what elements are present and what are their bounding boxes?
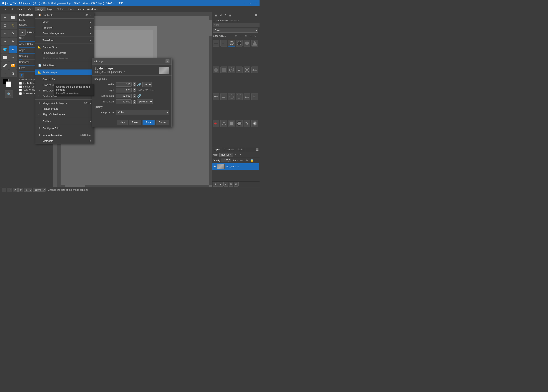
y-res-up-btn[interactable]: ▲ [133, 100, 136, 102]
zoom-select[interactable]: 100 % [33, 188, 46, 192]
brush-cell-19[interactable]: ✚ [213, 120, 219, 127]
menu-print-size[interactable]: 📄 Print Size... [35, 63, 94, 68]
layers-panel-menu-btn[interactable]: ☰ [255, 147, 260, 152]
menu-mode[interactable]: Mode ▶ [35, 19, 94, 25]
x-res-down-btn[interactable]: ▼ [133, 96, 136, 98]
brush-cell-14[interactable]: ☁ [220, 93, 227, 100]
brush-cell-6[interactable] [251, 40, 258, 47]
tab-layers[interactable]: Layers [212, 147, 222, 152]
tool-zoom[interactable]: 🔍 [5, 90, 13, 98]
layer-mode-select[interactable]: Normal [219, 153, 233, 157]
brush-cell-24[interactable] [251, 120, 258, 127]
menu-scale-image[interactable]: 📐 Scale Image... [35, 70, 94, 75]
close-button[interactable]: ✕ [253, 1, 258, 5]
brush-cell-4[interactable] [236, 40, 243, 47]
menu-duplicate[interactable]: 📋 Duplicate Ctrl+D [35, 12, 94, 18]
menu-precision[interactable]: Precision ▶ [35, 25, 94, 30]
menu-colors[interactable]: Colors [55, 7, 66, 11]
brush-cell-5[interactable] [243, 40, 250, 47]
brush-cell-hardness-050[interactable] [228, 40, 235, 47]
x-res-up-btn[interactable]: ▲ [133, 94, 136, 96]
layer-row-0[interactable]: 👁 IMG_2952-30 [212, 163, 259, 170]
reset-btn[interactable]: Reset [129, 120, 141, 125]
layer-redo-btn[interactable]: ↪ [239, 153, 243, 157]
menu-metadata[interactable]: Metadata ▶ [35, 138, 94, 144]
brush-cell-1[interactable] [213, 40, 219, 47]
interpolation-select[interactable]: Cubic Linear None NoHalo LoHalo [116, 110, 169, 115]
lock-all-btn[interactable]: 🔒 [250, 158, 254, 162]
chain-icon-2[interactable]: 🔗 [137, 94, 141, 98]
new-brush-icon[interactable]: + [239, 34, 243, 38]
layer-visibility-eye[interactable]: 👁 [213, 165, 216, 168]
tool-flip[interactable]: ↔ [1, 38, 9, 45]
chain-icon[interactable]: 🔗 [137, 83, 141, 86]
height-input[interactable]: 225 [116, 88, 132, 92]
delete-layer-btn[interactable]: 🗑 [234, 182, 239, 187]
tab-paths[interactable]: Paths [236, 147, 246, 152]
menu-crop-to-select[interactable]: Crop to Se... [35, 77, 94, 82]
tool-crop[interactable]: ✂ [1, 29, 9, 37]
brush-cell-18[interactable]: ✼ [251, 93, 258, 100]
menu-select[interactable]: Select [16, 7, 26, 11]
menu-layer[interactable]: Layer [46, 7, 55, 11]
incremental-checkbox[interactable] [19, 92, 22, 95]
help-btn[interactable]: Help [117, 120, 128, 125]
panel-menu-btn[interactable]: ☰ [254, 13, 258, 18]
menu-edit[interactable]: Edit [8, 7, 16, 11]
dynamics-icon[interactable]: 👤 [19, 73, 24, 77]
width-input[interactable]: 300 [116, 82, 132, 87]
menu-guides[interactable]: Guides ▶ [35, 119, 94, 124]
tool-eraser[interactable]: ⬜ [1, 54, 9, 61]
unit-select[interactable]: px [24, 188, 32, 192]
background-color[interactable] [6, 82, 11, 87]
layer-opacity-input[interactable]: 100,0 [221, 159, 231, 162]
delete-brush-icon[interactable]: ✕ [248, 34, 253, 38]
scrollbar-v-thumb[interactable] [209, 20, 212, 36]
status-refresh-btn[interactable]: ↻ [18, 188, 23, 192]
refresh-icon[interactable]: ↻ [253, 34, 257, 38]
width-down-btn[interactable]: ▼ [133, 84, 136, 86]
layer-undo-btn[interactable]: ↩ [234, 153, 238, 157]
brush-icon-display[interactable]: ● [19, 29, 26, 35]
brush-cell-8[interactable] [220, 66, 227, 73]
lock-pixels-btn[interactable]: ✏ [239, 158, 244, 162]
menu-help[interactable]: Help [99, 7, 108, 11]
brush-cell-22[interactable] [236, 120, 243, 127]
scrollbar-h-thumb[interactable] [65, 185, 85, 187]
menu-view[interactable]: View [26, 7, 35, 11]
menu-canvas-size[interactable]: 📐 Canvas Size... [35, 44, 94, 50]
tool-smudge[interactable]: ~ [1, 70, 9, 77]
x-res-input[interactable]: 72.000 [116, 94, 132, 98]
brush-cell-17[interactable]: ◈◈ [243, 93, 250, 100]
menu-configure-grid[interactable]: ⊞ Configure Grid... [35, 126, 94, 131]
copy-brush-icon[interactable]: ⎘ [243, 34, 248, 38]
tool-clone[interactable]: 🔁 [9, 62, 17, 69]
tool-presets-icon[interactable]: ⊞ [214, 13, 218, 18]
minimize-button[interactable]: ─ [242, 1, 247, 5]
brush-filter-input[interactable] [213, 23, 260, 27]
tool-paintbrush[interactable]: 🖌 [9, 46, 17, 53]
tool-move[interactable]: ✛ [1, 14, 9, 21]
menu-color-management[interactable]: Color Management ▶ [35, 30, 94, 36]
duplicate-layer-btn[interactable]: ⎘ [229, 182, 233, 187]
brush-cell-9[interactable] [228, 66, 235, 73]
brush-preset-dropdown[interactable]: Basic, [213, 28, 258, 33]
tool-dodge[interactable]: ◑ [9, 70, 17, 77]
status-cancel-btn[interactable]: ✕ [13, 188, 18, 192]
brush-cell-21[interactable] [228, 120, 235, 127]
new-layer-btn[interactable]: ⊞ [213, 182, 218, 187]
tool-free-select[interactable]: ⬡ [1, 21, 9, 29]
edit-icon[interactable]: ✏ [234, 34, 238, 38]
tool-fuzzy-select[interactable]: 🪄 [9, 21, 17, 29]
menu-flatten[interactable]: Flatten Image [35, 106, 94, 112]
menu-align-layers[interactable]: ✂ Align Visible Layers... [35, 112, 94, 117]
menu-windows[interactable]: Windows [85, 7, 99, 11]
font-icon[interactable]: A [223, 13, 228, 18]
brush-cell-7[interactable] [213, 66, 219, 73]
tool-rect-select[interactable]: ⬜ [9, 14, 17, 21]
height-up-btn[interactable]: ▲ [133, 88, 136, 90]
y-res-input[interactable]: 72.000 [116, 99, 132, 104]
menu-file[interactable]: File [1, 7, 8, 11]
menu-merge-layers[interactable]: ⊞ Merge Visible Layers... Ctrl+M [35, 100, 94, 106]
tool-pencil[interactable]: ✏ [9, 54, 17, 61]
